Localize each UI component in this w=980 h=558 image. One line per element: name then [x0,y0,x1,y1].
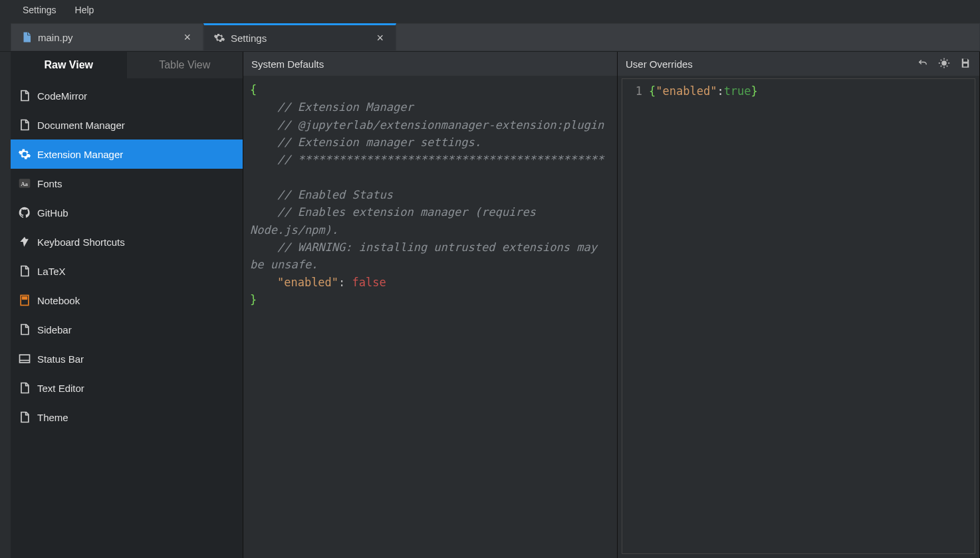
plugin-label: GitHub [37,207,68,219]
revert-icon[interactable] [917,57,929,71]
gear-icon [17,147,32,161]
pane-title: User Overrides [626,58,693,70]
menubar: Settings Help [0,0,980,20]
system-defaults-code: { // Extension Manager // @jupyterlab/ex… [243,76,617,558]
svg-rect-7 [963,58,967,62]
file-icon [17,264,32,278]
svg-rect-8 [963,63,967,66]
tab-main-py[interactable]: main.py × [11,23,203,51]
plugin-label: Sidebar [37,324,72,335]
settings-sidebar: Raw View Table View CodeMirrorDocument M… [11,52,243,558]
gear-icon [213,32,225,44]
plugin-item-codemirror[interactable]: CodeMirror [11,81,243,110]
system-defaults-pane: System Defaults { // Extension Manager /… [243,52,618,558]
plugin-label: Document Manager [37,120,125,131]
line-number: 1 [622,84,649,98]
plugin-label: LaTeX [37,266,66,277]
fonts-icon: Aa [17,176,32,191]
tabstrip-spacer [396,23,980,51]
plugin-label: Fonts [37,178,62,189]
overrides-actions [917,57,971,71]
file-icon [17,410,32,424]
svg-text:Aa: Aa [21,181,28,187]
file-icon [17,381,32,395]
file-icon [17,118,32,132]
plugin-label: Status Bar [37,353,84,365]
tab-settings[interactable]: Settings × [203,23,396,51]
menu-help[interactable]: Help [66,2,104,18]
user-overrides-pane: User Overrides 1 {"enabled":true} [618,52,980,558]
plugin-label: Notebook [37,295,80,306]
view-tabs: Raw View Table View [11,52,243,78]
keyboard-icon [17,234,32,249]
view-tab-table[interactable]: Table View [127,52,243,78]
plugin-item-status-bar[interactable]: Status Bar [11,344,243,373]
plugin-list: CodeMirrorDocument ManagerExtension Mana… [11,78,243,558]
svg-point-6 [941,60,947,66]
github-icon [17,205,32,220]
settings-content: Raw View Table View CodeMirrorDocument M… [0,52,980,558]
plugin-item-fonts[interactable]: AaFonts [11,169,243,198]
user-overrides-editor[interactable]: 1 {"enabled":true} [622,79,975,98]
python-file-icon [21,31,33,43]
save-icon[interactable] [959,57,971,71]
plugin-label: Theme [37,412,68,423]
file-icon [17,322,32,337]
plugin-item-sidebar[interactable]: Sidebar [11,315,243,344]
plugin-item-notebook[interactable]: Notebook [11,286,243,315]
menu-settings[interactable]: Settings [13,2,66,18]
plugin-label: Text Editor [37,383,84,394]
plugin-item-keyboard-shortcuts[interactable]: Keyboard Shortcuts [11,227,243,256]
close-icon[interactable]: × [374,31,386,45]
user-overrides-header: User Overrides [618,52,979,76]
svg-rect-4 [20,355,30,363]
statusbar-icon [17,351,32,366]
pane-title: System Defaults [251,58,324,70]
plugin-label: CodeMirror [37,90,87,102]
plugin-item-text-editor[interactable]: Text Editor [11,373,243,403]
system-defaults-header: System Defaults [243,52,617,76]
plugin-item-theme[interactable]: Theme [11,403,243,432]
svg-rect-3 [23,297,27,299]
tabstrip: main.py × Settings × [0,20,980,52]
notebook-icon [17,293,32,308]
plugin-label: Extension Manager [37,149,123,160]
view-tab-raw[interactable]: Raw View [11,52,127,78]
plugin-item-document-manager[interactable]: Document Manager [11,110,243,140]
file-icon [17,88,32,103]
tab-label: Settings [231,33,374,44]
plugin-item-latex[interactable]: LaTeX [11,256,243,286]
plugin-item-extension-manager[interactable]: Extension Manager [11,140,243,169]
bug-icon[interactable] [938,57,950,71]
tab-label: main.py [38,32,181,43]
close-icon[interactable]: × [181,31,193,45]
plugin-item-github[interactable]: GitHub [11,198,243,227]
plugin-label: Keyboard Shortcuts [37,236,125,248]
